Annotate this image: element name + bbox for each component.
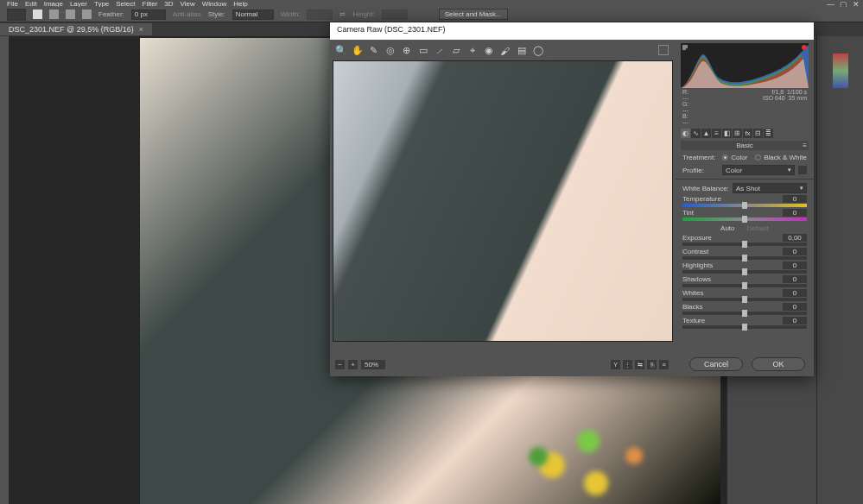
treatment-label: Treatment: xyxy=(682,154,722,161)
copy-settings-icon[interactable]: ⎘ xyxy=(647,360,657,369)
redeye-tool-icon[interactable]: ◉ xyxy=(483,45,494,56)
exposure-slider[interactable] xyxy=(682,243,807,246)
document-tab[interactable]: DSC_2301.NEF @ 29,5% (RGB/16) × xyxy=(0,23,152,35)
bokeh-light xyxy=(577,430,600,452)
r-label: R: xyxy=(682,89,688,95)
toggle-settings-icon[interactable]: ≡ xyxy=(659,360,669,369)
ok-button[interactable]: OK xyxy=(752,357,805,371)
cancel-button[interactable]: Cancel xyxy=(689,357,743,371)
tab-split-icon[interactable]: ◧ xyxy=(722,129,732,138)
graduated-filter-icon[interactable]: ▤ xyxy=(516,45,527,56)
marquee-subtract-icon[interactable] xyxy=(66,9,75,19)
zoom-tool-icon[interactable]: 🔍 xyxy=(335,45,346,56)
histogram[interactable] xyxy=(681,43,809,88)
contrast-value[interactable]: 0 xyxy=(783,248,807,255)
blacks-label: Blacks xyxy=(682,303,703,311)
shadows-slider[interactable] xyxy=(682,284,807,287)
before-after-mode-icon[interactable]: ⋮ xyxy=(623,360,632,369)
whites-slider[interactable] xyxy=(682,298,807,301)
g-label: G: xyxy=(682,101,688,107)
hand-tool-icon[interactable]: ✋ xyxy=(352,45,363,56)
texture-slider[interactable] xyxy=(682,325,807,329)
auto-button[interactable]: Auto xyxy=(720,224,734,232)
width-input xyxy=(307,9,333,20)
height-label: Height: xyxy=(352,10,374,18)
style-select[interactable]: Normal xyxy=(232,9,274,20)
marquee-add-icon[interactable] xyxy=(49,9,59,19)
toggle-fullscreen-icon[interactable] xyxy=(658,45,669,55)
tab-detail-icon[interactable]: ▲ xyxy=(701,129,711,138)
treatment-bw-radio[interactable] xyxy=(755,154,761,161)
swatches-thumb[interactable] xyxy=(833,54,848,88)
marquee-new-icon[interactable] xyxy=(33,9,42,19)
cr-toolbar: 🔍 ✋ ✎ ◎ ⊕ ▭ ⟋ ▱ ⌖ ◉ 🖌 ▤ ◯ xyxy=(335,45,543,56)
straighten-tool-icon[interactable]: ⟋ xyxy=(434,45,445,56)
highlights-slider[interactable] xyxy=(682,270,807,274)
blacks-value[interactable]: 0 xyxy=(783,303,807,311)
blacks-slider[interactable] xyxy=(682,312,807,315)
tab-basic-icon[interactable]: ◐ xyxy=(681,129,690,138)
tint-slider[interactable] xyxy=(682,217,807,221)
highlights-value[interactable]: 0 xyxy=(783,261,807,269)
whites-value[interactable]: 0 xyxy=(783,289,807,297)
exposure-value[interactable]: 0,00 xyxy=(783,234,807,242)
shadow-clip-icon[interactable] xyxy=(682,45,688,50)
temperature-label: Temperature xyxy=(682,195,721,203)
marquee-intersect-icon[interactable] xyxy=(82,9,92,19)
whites-label: Whites xyxy=(682,289,703,297)
treatment-color-label[interactable]: Color xyxy=(731,154,747,161)
tint-value[interactable]: 0 xyxy=(783,209,807,217)
shadows-value[interactable]: 0 xyxy=(783,275,807,283)
profile-browser-icon[interactable] xyxy=(798,166,807,174)
g-value: --- xyxy=(682,107,688,113)
cr-panel-tabs: ◐ ∿ ▲ ≡ ◧ ⊞ fx ⊟ ≣ xyxy=(676,128,814,139)
profile-select[interactable]: Color xyxy=(722,165,795,175)
zoom-in-button[interactable]: + xyxy=(348,360,358,369)
contrast-label: Contrast xyxy=(682,248,708,255)
cr-preview-image[interactable] xyxy=(333,60,673,342)
temperature-slider[interactable] xyxy=(682,204,807,207)
close-tab-icon[interactable]: × xyxy=(139,25,143,34)
dialog-title: Camera Raw (DSC_2301.NEF) xyxy=(330,22,814,40)
cr-right-panel: R: --- G: --- B: --- f/1,8 1/100 s ISO 6… xyxy=(676,40,814,376)
spot-removal-icon[interactable]: ⌖ xyxy=(466,45,478,56)
temperature-value[interactable]: 0 xyxy=(783,195,807,203)
tab-presets-icon[interactable]: ≣ xyxy=(764,129,773,138)
zoom-out-button[interactable]: − xyxy=(335,360,345,369)
left-toolbar[interactable] xyxy=(0,36,9,504)
antialias-checkbox: Anti-alias xyxy=(173,10,201,18)
wb-select[interactable]: As Shot xyxy=(733,183,807,193)
width-label: Width: xyxy=(281,10,301,18)
feather-input[interactable]: 0 px xyxy=(131,9,166,20)
tab-fx-icon[interactable]: fx xyxy=(743,129,752,138)
profile-label: Profile: xyxy=(682,167,722,174)
zoom-level-select[interactable]: 50% xyxy=(361,360,385,369)
bokeh-light xyxy=(529,447,548,466)
options-bar: Feather: 0 px Anti-alias Style: Normal W… xyxy=(0,7,863,22)
texture-value[interactable]: 0 xyxy=(783,317,807,324)
contrast-slider[interactable] xyxy=(682,256,807,260)
tab-lens-icon[interactable]: ⊞ xyxy=(733,129,742,138)
transform-tool-icon[interactable]: ▱ xyxy=(450,45,461,56)
before-after-button[interactable]: Y xyxy=(611,360,620,369)
swap-before-after-icon[interactable]: ⇆ xyxy=(635,360,644,369)
white-balance-tool-icon[interactable]: ✎ xyxy=(368,45,379,56)
tab-hsl-icon[interactable]: ≡ xyxy=(712,129,721,138)
default-button: Default xyxy=(747,224,769,232)
target-adjust-icon[interactable]: ⊕ xyxy=(401,45,412,56)
iso-value: ISO 640 xyxy=(763,95,785,101)
tab-calibrate-icon[interactable]: ⊟ xyxy=(753,129,763,138)
tool-preset-select[interactable] xyxy=(7,9,26,21)
tab-curve-icon[interactable]: ∿ xyxy=(691,129,701,138)
treatment-color-radio[interactable] xyxy=(722,154,728,161)
radial-filter-icon[interactable]: ◯ xyxy=(532,45,543,56)
adjustment-brush-icon[interactable]: 🖌 xyxy=(499,45,511,56)
color-sampler-icon[interactable]: ◎ xyxy=(384,45,396,56)
feather-label: Feather: xyxy=(98,10,124,18)
highlight-clip-icon[interactable] xyxy=(802,45,807,50)
treatment-bw-label[interactable]: Black & White xyxy=(764,154,807,161)
swap-icon: ⇄ xyxy=(339,10,346,18)
select-and-mask-button[interactable]: Select and Mask... xyxy=(439,9,508,20)
crop-tool-icon[interactable]: ▭ xyxy=(417,45,428,56)
panel-menu-icon[interactable]: ≡ xyxy=(803,142,807,149)
